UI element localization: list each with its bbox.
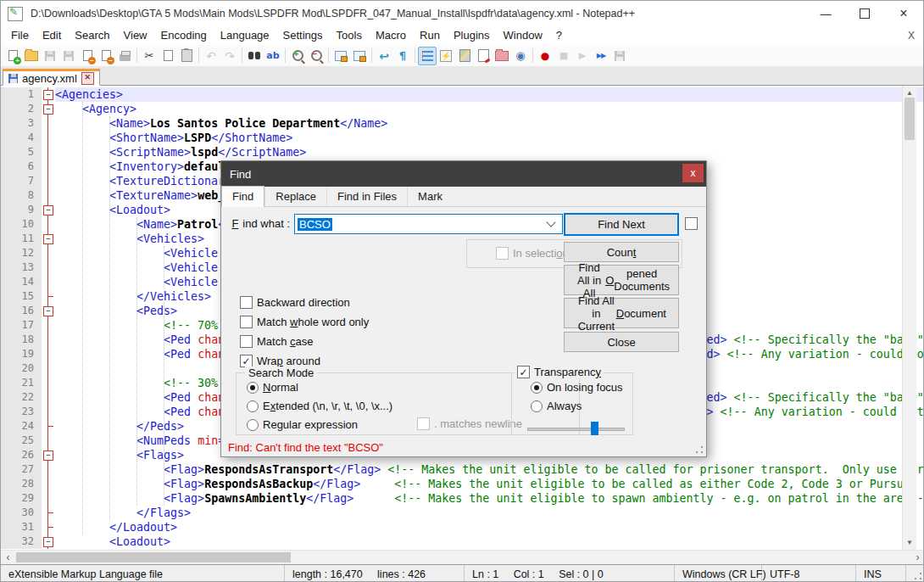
document-map-icon[interactable] bbox=[455, 47, 474, 65]
menu-run[interactable]: Run bbox=[413, 26, 447, 45]
menu-encoding[interactable]: Encoding bbox=[154, 26, 214, 45]
menu-file[interactable]: File bbox=[4, 26, 36, 45]
menu-?[interactable]: ? bbox=[549, 26, 569, 45]
vertical-scroll-thumb[interactable] bbox=[905, 98, 915, 140]
word-wrap-icon[interactable]: ↩ bbox=[375, 47, 393, 65]
find-dialog-tab-mark[interactable]: Mark bbox=[407, 187, 453, 206]
folder-as-workspace-icon[interactable] bbox=[493, 47, 511, 65]
redo-icon[interactable]: ↷ bbox=[220, 47, 239, 65]
radio-button[interactable] bbox=[247, 419, 259, 431]
file-monitoring-icon[interactable]: ◉ bbox=[511, 47, 530, 65]
paste-icon[interactable] bbox=[177, 47, 196, 65]
code-line[interactable]: 31 </Loadout> bbox=[1, 520, 924, 534]
close-find-dialog-button[interactable]: Close bbox=[564, 332, 679, 352]
search-mode-option-extended-n-r-t-0-x-[interactable]: Extended (\n, \r, \t, \0, \x...) bbox=[247, 400, 392, 412]
open-file-icon[interactable] bbox=[22, 47, 41, 65]
macro-record-icon[interactable]: ● bbox=[536, 47, 554, 65]
code-line[interactable]: 1−<Agencies> bbox=[1, 87, 924, 102]
transparency-option-on-losing-focus[interactable]: On losing focus bbox=[531, 381, 623, 394]
option-checkbox-backward-direction[interactable]: Backward direction bbox=[240, 296, 350, 309]
fold-collapse-box[interactable]: − bbox=[43, 234, 53, 244]
search-mode-option-normal[interactable]: Normal bbox=[247, 381, 298, 394]
code-line[interactable]: 4 <ShortName>LSPD</ShortName> bbox=[1, 131, 924, 145]
option-checkbox-match-whole-word-only[interactable]: Match whole word only bbox=[240, 316, 369, 328]
save-icon[interactable] bbox=[41, 47, 59, 65]
menu-tools[interactable]: Tools bbox=[330, 26, 369, 45]
dialog-resize-grip[interactable] bbox=[695, 445, 704, 454]
code-line[interactable]: 28 <Flag>RespondsAsBackup</Flag> <!-- Ma… bbox=[1, 477, 924, 491]
find-next-option-checkbox[interactable] bbox=[685, 217, 698, 230]
code-line[interactable]: 3 <Name>Los Santos Police Department</Na… bbox=[1, 116, 924, 131]
code-line[interactable]: 2− <Agency> bbox=[1, 102, 924, 116]
close-button[interactable]: × bbox=[884, 1, 923, 26]
fold-collapse-box[interactable]: − bbox=[43, 450, 53, 461]
new-file-icon[interactable]: + bbox=[3, 47, 22, 65]
option-checkbox-wrap-around[interactable]: ✓Wrap around bbox=[240, 355, 320, 367]
macro-play-icon[interactable]: ▶ bbox=[573, 47, 592, 65]
menu-window[interactable]: Window bbox=[497, 26, 549, 45]
search-mode-option-regular-expression[interactable]: Regular expression bbox=[247, 418, 358, 431]
undo-icon[interactable]: ↶ bbox=[202, 47, 220, 65]
code-line[interactable]: 5 <ScriptName>lspd</ScriptName> bbox=[1, 145, 924, 159]
macro-run-multiple-icon[interactable]: ▶▶ bbox=[592, 47, 610, 65]
maximize-button[interactable] bbox=[845, 1, 884, 26]
function-list-icon[interactable]: ⚡ bbox=[437, 47, 455, 65]
resize-grip-icon[interactable] bbox=[914, 572, 922, 580]
title-bar[interactable]: D:\Downloads\Desktop\GTA 5 Mods\Main Mod… bbox=[1, 1, 923, 26]
find-icon[interactable] bbox=[245, 47, 264, 65]
find-dialog-tab-find-in-files[interactable]: Find in Files bbox=[326, 187, 407, 206]
transparency-slider[interactable] bbox=[527, 428, 625, 431]
indent-guide-icon[interactable] bbox=[418, 47, 437, 65]
checkbox-box[interactable] bbox=[240, 316, 253, 328]
find-dialog-close-button[interactable]: x bbox=[682, 164, 704, 182]
sync-scroll-horizontal-icon[interactable] bbox=[350, 47, 369, 65]
save-all-icon[interactable] bbox=[59, 47, 78, 65]
replace-icon[interactable]: ab bbox=[264, 47, 282, 65]
find-all-current-button[interactable]: Find All in Current Document bbox=[564, 298, 679, 328]
macro-stop-icon[interactable]: ■ bbox=[554, 47, 573, 65]
zoom-out-icon[interactable] bbox=[307, 47, 326, 65]
menu-doc-close-icon[interactable]: X bbox=[908, 30, 915, 42]
copy-icon[interactable] bbox=[159, 47, 177, 65]
in-selection-checkbox[interactable]: In selection bbox=[496, 247, 569, 260]
code-line[interactable]: 29 <Flag>SpawnsAmbiently</Flag> <!-- Mak… bbox=[1, 491, 924, 506]
menu-settings[interactable]: Settings bbox=[276, 26, 330, 45]
cut-icon[interactable]: ✂ bbox=[140, 47, 159, 65]
close-doc-icon[interactable]: − bbox=[78, 47, 97, 65]
tab-close-icon[interactable]: ✕ bbox=[81, 72, 94, 85]
scroll-right-icon[interactable]: › bbox=[910, 551, 924, 564]
chevron-down-icon[interactable] bbox=[546, 217, 555, 227]
menu-edit[interactable]: Edit bbox=[36, 26, 68, 45]
code-line[interactable]: 30 </Flags> bbox=[1, 506, 924, 520]
count-button[interactable]: Count bbox=[564, 242, 679, 262]
find-dialog-tab-replace[interactable]: Replace bbox=[264, 187, 326, 206]
document-tab[interactable]: agency.xml✕ bbox=[3, 69, 100, 86]
scroll-down-icon[interactable]: ▼ bbox=[903, 535, 916, 550]
fold-collapse-box[interactable]: − bbox=[43, 537, 53, 547]
fold-collapse-box[interactable]: − bbox=[43, 306, 53, 316]
code-line[interactable]: 27 <Flag>RespondsAsTransport</Flag> <!--… bbox=[1, 462, 924, 477]
document-list-icon[interactable] bbox=[474, 47, 493, 65]
zoom-in-icon[interactable] bbox=[288, 47, 307, 65]
print-icon[interactable] bbox=[115, 47, 134, 65]
fold-collapse-box[interactable]: − bbox=[43, 90, 53, 100]
minimize-button[interactable]: — bbox=[806, 1, 845, 26]
find-all-opened-button[interactable]: Find All in All Opened Documents bbox=[564, 265, 679, 295]
find-dialog-tab-find[interactable]: Find bbox=[221, 186, 264, 207]
menu-macro[interactable]: Macro bbox=[369, 26, 413, 45]
close-all-docs-icon[interactable]: − bbox=[97, 47, 115, 65]
fold-collapse-box[interactable]: − bbox=[43, 104, 53, 115]
horizontal-scrollbar[interactable]: ‹ › bbox=[1, 550, 924, 564]
checkbox-box[interactable] bbox=[240, 296, 253, 309]
checkbox-box[interactable] bbox=[240, 335, 253, 348]
transparency-option-always[interactable]: Always bbox=[531, 400, 582, 412]
find-what-input[interactable]: BCSO bbox=[294, 214, 563, 234]
radio-button[interactable] bbox=[531, 382, 543, 394]
find-next-button[interactable]: Find Next bbox=[564, 213, 679, 236]
find-dialog-title-bar[interactable]: Find bbox=[221, 161, 706, 187]
code-line[interactable]: 32− <Loadout> bbox=[1, 534, 924, 549]
in-selection-checkbox-box[interactable] bbox=[496, 247, 509, 260]
macro-save-icon[interactable] bbox=[610, 47, 629, 65]
radio-button[interactable] bbox=[531, 400, 543, 412]
sync-scroll-vertical-icon[interactable] bbox=[331, 47, 350, 65]
